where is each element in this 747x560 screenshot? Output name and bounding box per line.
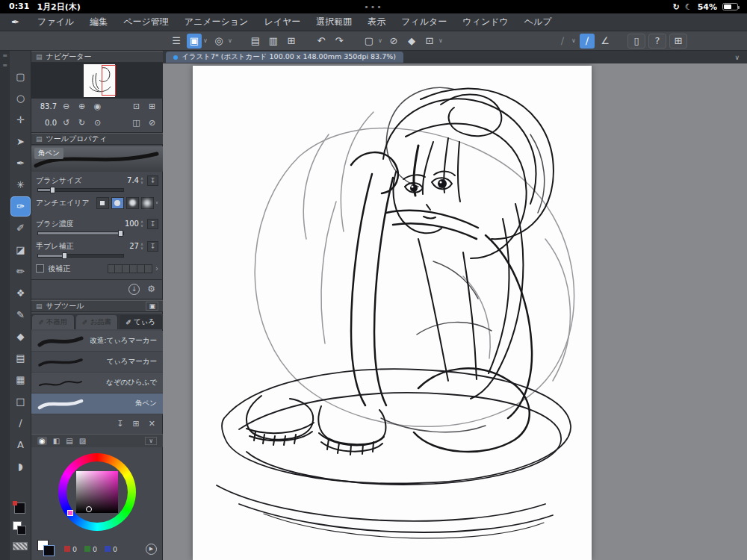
view-reset-icon[interactable]: ⊘	[146, 117, 158, 128]
navigator-header[interactable]: ▤ ナビゲーター	[31, 51, 163, 63]
subtool-item[interactable]: なぞのひらふで	[31, 373, 163, 393]
import-icon[interactable]: ▤	[248, 34, 263, 49]
canvas-settings-icon[interactable]: ▣	[187, 34, 202, 49]
post-correction-scale[interactable]	[108, 264, 152, 273]
spinner-icon[interactable]: ∧∨	[140, 177, 143, 184]
menu-selection[interactable]: 選択範囲	[316, 16, 352, 28]
chevron-down-icon[interactable]: ∨	[155, 201, 158, 205]
crop-icon[interactable]: ⊡	[422, 34, 437, 49]
hue-cursor[interactable]	[67, 510, 73, 516]
stabilization-value[interactable]: 27	[121, 242, 139, 250]
menu-view[interactable]: 表示	[368, 16, 385, 28]
post-correction-checkbox[interactable]	[36, 264, 44, 273]
clip-studio-logo-icon[interactable]: ✒	[9, 16, 22, 28]
actual-size-icon[interactable]: ⊞	[146, 101, 158, 112]
zoom-reset-icon[interactable]: ◉	[91, 101, 104, 112]
ruler-tool[interactable]: ∕	[11, 414, 30, 432]
save-subtool-icon[interactable]: ↧	[117, 419, 123, 429]
subtool-item-selected[interactable]: 角ペン	[31, 393, 163, 414]
rotate-cw-icon[interactable]: ↻	[75, 117, 88, 128]
chevron-down-icon[interactable]: ∨	[145, 437, 157, 445]
snap-ruler-icon[interactable]: ∕	[555, 34, 570, 49]
marker-pen-tool[interactable]: ✑	[11, 197, 30, 216]
redo-icon[interactable]: ↷	[332, 34, 347, 49]
chevron-down-icon[interactable]: ∨	[437, 34, 444, 49]
snap-grid-icon[interactable]: ∠	[598, 34, 613, 49]
balloon-tool[interactable]: ◗	[11, 457, 30, 476]
fit-screen-icon[interactable]: ⊡	[130, 101, 143, 112]
brush-size-value[interactable]: 7.4	[121, 176, 139, 184]
blend-tool[interactable]: ❖	[11, 284, 30, 302]
size-dynamics-icon[interactable]: ↧	[147, 175, 158, 186]
marquee-select-tool[interactable]: ▢	[11, 67, 30, 86]
navigator-view-rect[interactable]	[102, 65, 115, 96]
spinner-icon[interactable]: ∧∨	[140, 220, 143, 227]
rotate-reset-icon[interactable]: ⊙	[91, 117, 104, 128]
document-tab[interactable]: イラスト7* (ポストカード 100.00 x 148.00mm 350dpi …	[166, 52, 403, 63]
antialias-strong-button[interactable]	[141, 197, 154, 209]
fullscreen-icon[interactable]: ⊞	[669, 34, 687, 49]
add-canvas-icon[interactable]: ⊞	[284, 34, 299, 49]
multitask-handle[interactable]: •••	[0, 2, 747, 12]
flip-horizontal-icon[interactable]: ◫	[130, 117, 143, 128]
antialias-none-button[interactable]	[96, 197, 109, 209]
object-tool[interactable]: ➤	[11, 132, 30, 151]
detail-settings-wrench-icon[interactable]: ⚙	[147, 284, 155, 294]
chevron-down-icon[interactable]: ∨	[570, 34, 577, 49]
approx-color-tab-icon[interactable]: ▨	[79, 437, 86, 445]
current-color-swatch[interactable]	[14, 503, 25, 514]
undo-icon[interactable]: ↶	[314, 34, 329, 49]
tab-list-chevron-icon[interactable]: ∨	[734, 54, 740, 61]
airbrush-tool[interactable]: ✐	[11, 219, 30, 237]
timelapse-record-icon[interactable]: ◎	[211, 34, 226, 49]
transparent-color-swatch[interactable]	[13, 542, 28, 550]
subtool-tab-selected[interactable]: ✐ てぃろ	[120, 315, 162, 329]
menu-layer[interactable]: レイヤー	[264, 16, 300, 28]
brush-size-slider[interactable]	[37, 188, 124, 192]
companion-device-icon[interactable]: ▯	[627, 34, 645, 49]
chevron-down-icon[interactable]: ∨	[202, 34, 209, 49]
antialias-middle-button[interactable]	[126, 197, 139, 209]
spinner-icon[interactable]: ∧∨	[140, 243, 143, 249]
saturation-value-square[interactable]	[76, 471, 118, 513]
menu-help[interactable]: ヘルプ	[524, 16, 552, 28]
help-icon[interactable]: ?	[648, 34, 666, 49]
gradient-tool[interactable]: ▤	[11, 349, 30, 367]
rotate-ccw-icon[interactable]: ↺	[60, 117, 72, 128]
sub-tool-header[interactable]: ▤ サブツール ▣	[31, 300, 163, 312]
menu-animation[interactable]: アニメーション	[185, 16, 249, 28]
color-wheel-tab-icon[interactable]: ◉	[37, 437, 47, 445]
brush-tool[interactable]: ✏	[11, 262, 30, 281]
export-icon[interactable]: ▥	[266, 34, 281, 49]
pencil-tool[interactable]: ✎	[11, 305, 30, 324]
menu-edit[interactable]: 編集	[90, 16, 108, 28]
brush-density-slider[interactable]	[37, 231, 124, 235]
rotation-value[interactable]: 0.0	[36, 119, 57, 127]
subtool-tab[interactable]: ✐ お品書	[76, 315, 119, 329]
subtool-item[interactable]: 改造:てぃろマーカー	[31, 331, 163, 352]
snap-special-ruler-icon[interactable]: ∕	[580, 34, 595, 49]
pattern-tool[interactable]: ▦	[11, 370, 30, 389]
pen-tool[interactable]: ✒	[11, 154, 30, 172]
navigator-preview[interactable]	[31, 63, 163, 99]
zoom-value[interactable]: 83.7	[36, 102, 57, 111]
tool-property-header[interactable]: ▤ ツールプロパティ	[31, 133, 163, 145]
register-initial-icon[interactable]: ↓	[128, 284, 140, 295]
text-tool[interactable]: A	[11, 435, 30, 454]
chevron-down-icon[interactable]: ∨	[226, 34, 234, 49]
zoom-out-icon[interactable]: ⊖	[60, 101, 72, 112]
hamburger-menu-icon[interactable]: ☰	[169, 34, 184, 49]
quick-mask-icon[interactable]: ◆	[404, 34, 419, 49]
frame-tool[interactable]: □	[11, 392, 30, 411]
density-dynamics-icon[interactable]: ↧	[147, 219, 158, 229]
menu-window[interactable]: ウィンドウ	[462, 16, 508, 28]
drawing-canvas[interactable]	[193, 66, 592, 560]
delete-subtool-icon[interactable]: ✕	[149, 419, 155, 429]
deselect-icon[interactable]: ⊘	[386, 34, 401, 49]
antialias-weak-button[interactable]	[111, 197, 124, 209]
move-tool[interactable]: ✛	[11, 111, 30, 129]
subtool-tab[interactable]: ✐ 不器用	[32, 315, 75, 329]
main-color-swatch[interactable]	[43, 545, 55, 556]
subtool-view-icon[interactable]: ▣	[146, 302, 158, 311]
stabilization-slider[interactable]	[37, 254, 124, 258]
